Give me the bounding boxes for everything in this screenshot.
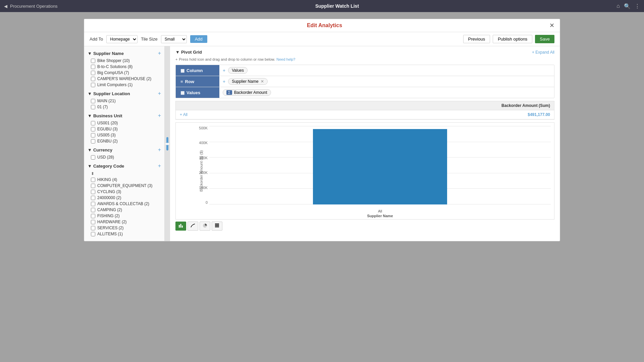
save-button[interactable]: Save xyxy=(535,35,554,43)
data-table-header: Backorder Amount (Sum) xyxy=(176,101,554,110)
expand-all-link[interactable]: + Expand All xyxy=(532,50,554,55)
location-01-checkbox[interactable] xyxy=(91,105,95,109)
filter-section-header-currency[interactable]: ▼ Currency + xyxy=(84,145,164,154)
svg-rect-5 xyxy=(215,225,219,226)
add-supplier-name-icon[interactable]: + xyxy=(158,50,161,56)
supplier-campers-checkbox[interactable] xyxy=(91,77,95,81)
chart-bar-button[interactable] xyxy=(175,222,186,231)
filter-item: EGUBU (3) xyxy=(84,126,164,132)
filter-section-header-supplier-location[interactable]: ▼ Supplier Location + xyxy=(84,89,164,98)
tile-size-label: Tile Size xyxy=(141,37,157,42)
supplier-bike-shopper-checkbox[interactable] xyxy=(91,59,95,63)
filter-item: Limit Computers (1) xyxy=(84,82,164,88)
publish-options-button[interactable]: Publish options xyxy=(493,35,532,43)
pivot-values-label: ▦ Values xyxy=(176,87,219,98)
cat-cycling-checkbox[interactable] xyxy=(91,190,95,194)
add-category-code-icon[interactable]: + xyxy=(158,163,161,169)
filter-item: CAMPING (2) xyxy=(84,207,164,213)
filter-item: CYCLING (3) xyxy=(84,189,164,195)
table-header-label xyxy=(176,101,260,110)
cat-allitems-checkbox[interactable] xyxy=(91,232,95,236)
filter-section-currency: ▼ Currency + USD (28) xyxy=(84,145,164,160)
all-row-link[interactable]: + All xyxy=(180,112,187,117)
cat-camping-checkbox[interactable] xyxy=(91,208,95,212)
collapse-arrow-currency: ▼ xyxy=(88,147,92,153)
chart-table-button[interactable] xyxy=(212,222,222,231)
filter-item: ALLITEMS (1) xyxy=(84,231,164,237)
search-icon[interactable]: 🔍 xyxy=(624,3,631,9)
supplier-name-title: Supplier Name xyxy=(93,51,124,56)
cat-computer-checkbox[interactable] xyxy=(91,184,95,188)
filter-section-header-business-unit[interactable]: ▼ Business Unit + xyxy=(84,111,164,120)
add-row-icon[interactable]: + xyxy=(223,79,225,84)
pivot-values-content: Σ Backorder Amount xyxy=(219,87,554,98)
chart-pie-button[interactable] xyxy=(200,222,210,231)
chart-container: Backorder Amount ($) ($) 500K 400K 300K … xyxy=(175,122,554,220)
tile-size-select[interactable]: Small Medium Large xyxy=(161,35,187,43)
x-tick-all: All xyxy=(378,209,382,213)
cat-hiking-checkbox[interactable] xyxy=(91,178,95,182)
supplier-btoc-label: B-to-C Solutions (8) xyxy=(97,64,132,69)
business-unit-title: Business Unit xyxy=(93,113,122,118)
cat-services-checkbox[interactable] xyxy=(91,226,95,230)
svg-rect-4 xyxy=(215,224,219,225)
top-bar: ◀ Procurement Operations Supplier Watch … xyxy=(0,0,644,12)
pivot-collapse-arrow[interactable]: ▼ xyxy=(175,50,180,55)
collapse-arrow-bu: ▼ xyxy=(88,113,92,118)
remove-row-tag-icon[interactable]: ✕ xyxy=(261,79,264,84)
filter-item: EGNBU (2) xyxy=(84,138,164,144)
bu-us005-checkbox[interactable] xyxy=(91,133,95,137)
cat-24000000-checkbox[interactable] xyxy=(91,196,95,200)
home-icon[interactable]: ⌂ xyxy=(616,3,620,9)
panel-resize-handle[interactable]: ◀▶ xyxy=(165,46,170,241)
supplier-bigcomp-checkbox[interactable] xyxy=(91,71,95,75)
cat-fishing-checkbox[interactable] xyxy=(91,214,95,218)
add-column-icon[interactable]: + xyxy=(223,68,225,73)
filter-item: 01 (7) xyxy=(84,104,164,110)
filter-section-header-supplier-name[interactable]: ▼ Supplier Name + xyxy=(84,49,164,58)
bu-us001-checkbox[interactable] xyxy=(91,121,95,125)
pivot-row-row: ≡ Row + Supplier Name ✕ xyxy=(176,76,554,87)
cat-hardware-checkbox[interactable] xyxy=(91,220,95,224)
currency-title: Currency xyxy=(93,147,112,153)
filter-item: Big CompUSA (7) xyxy=(84,70,164,76)
pivot-hint: + Press hold icon and drag and drop to c… xyxy=(175,57,554,61)
y-tick-0: 0 xyxy=(206,200,208,204)
bu-egubu-checkbox[interactable] xyxy=(91,127,95,131)
currency-usd-checkbox[interactable] xyxy=(91,155,95,160)
chart-line-button[interactable] xyxy=(187,222,198,231)
supplier-limit-checkbox[interactable] xyxy=(91,83,95,87)
cat-allitems-label: ALLITEMS (1) xyxy=(97,232,123,236)
bu-egnbu-checkbox[interactable] xyxy=(91,139,95,143)
menu-icon[interactable]: ⋮ xyxy=(635,3,640,9)
y-tick-200k: 200K xyxy=(199,171,208,175)
y-tick-300k: 300K xyxy=(199,156,208,160)
edit-analytics-modal: Edit Analytics ✕ Add To Homepage Tile Si… xyxy=(84,19,560,241)
add-to-select[interactable]: Homepage xyxy=(106,35,138,43)
add-currency-icon[interactable]: + xyxy=(158,147,161,153)
data-table: Backorder Amount (Sum) + All $491,177.00 xyxy=(175,101,554,120)
plus-icon: + xyxy=(175,57,177,61)
back-icon[interactable]: ◀ xyxy=(4,4,7,9)
filter-section-header-category-code[interactable]: ▼ Category Code + xyxy=(84,162,164,170)
modal-toolbar: Add To Homepage Tile Size Small Medium L… xyxy=(84,32,560,46)
need-help-link[interactable]: Need help? xyxy=(276,57,295,61)
sort-icon[interactable]: ⬍ xyxy=(91,171,94,176)
cat-cycling-label: CYCLING (3) xyxy=(97,189,121,194)
add-button[interactable]: Add xyxy=(190,35,207,43)
add-business-unit-icon[interactable]: + xyxy=(158,113,161,119)
pivot-column-content: + Values xyxy=(219,65,554,76)
modal-close-button[interactable]: ✕ xyxy=(549,22,554,29)
y-tick-100k: 100K xyxy=(199,186,208,190)
bu-us001-label: US001 (20) xyxy=(97,121,118,125)
previous-button[interactable]: Previous xyxy=(463,35,490,43)
cat-awards-checkbox[interactable] xyxy=(91,202,95,206)
filter-item: B-to-C Solutions (8) xyxy=(84,64,164,70)
filter-item: US005 (3) xyxy=(84,132,164,138)
pivot-column-label: ▦ Column xyxy=(176,65,219,76)
add-supplier-location-icon[interactable]: + xyxy=(158,90,161,97)
cat-hiking-label: HIKING (4) xyxy=(97,177,117,182)
supplier-btoc-checkbox[interactable] xyxy=(91,65,95,69)
y-tick-500k: 500K xyxy=(199,126,208,130)
location-main-checkbox[interactable] xyxy=(91,99,95,103)
